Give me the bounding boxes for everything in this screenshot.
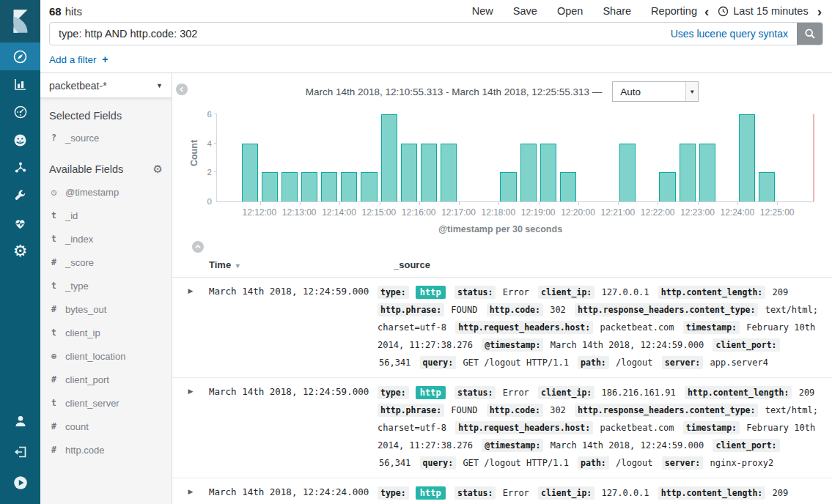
expand-row-caret[interactable]: ▶ xyxy=(172,284,209,371)
x-tick-mark xyxy=(698,201,699,205)
histogram-bar[interactable] xyxy=(619,144,636,201)
table-header-row: Time ▾ _source xyxy=(172,254,832,278)
field-item-client-location[interactable]: ⊕client_location xyxy=(49,344,163,368)
available-fields-list: ◷@timestampt_idt_index#_scoret_type#byte… xyxy=(49,180,163,462)
field-item-bytes-out[interactable]: #bytes_out xyxy=(49,297,163,321)
search-button[interactable] xyxy=(797,23,822,45)
nav-dev-tools[interactable] xyxy=(0,182,40,210)
histogram-bar[interactable] xyxy=(759,172,775,201)
field-item-count[interactable]: #count xyxy=(49,415,163,438)
x-tick-label: 12:24:00 xyxy=(721,207,755,218)
field-item-client-ip[interactable]: tclient_ip xyxy=(49,321,163,344)
add-filter-button[interactable]: Add a filter + xyxy=(49,53,108,65)
nav-monitoring[interactable] xyxy=(0,210,40,237)
histogram-bar[interactable] xyxy=(381,114,397,201)
field-value: 209 xyxy=(799,388,815,398)
field-key-badge: timestamp: xyxy=(683,321,740,334)
time-forward-button[interactable]: › xyxy=(817,4,822,18)
histogram-bar[interactable] xyxy=(401,144,417,201)
nav-visualize[interactable] xyxy=(0,70,40,98)
menu-share[interactable]: Share xyxy=(603,5,631,17)
histogram-bar[interactable] xyxy=(560,172,576,201)
histogram-bar[interactable] xyxy=(321,172,337,201)
field-key-badge: path: xyxy=(578,456,609,470)
time-range-button[interactable]: Last 15 minutes xyxy=(718,5,808,17)
histogram-bar[interactable] xyxy=(680,144,696,201)
field-key-badge: http.content_length: xyxy=(658,486,765,500)
histogram-bar[interactable] xyxy=(361,172,377,201)
field-key-badge: http.request_headers.host: xyxy=(455,421,593,434)
x-tick-label: 12:22:00 xyxy=(641,207,675,218)
add-filter-label: Add a filter xyxy=(49,54,97,65)
field-key-badge: status: xyxy=(454,486,496,500)
index-pattern-selector[interactable]: packetbeat-* ▼ xyxy=(40,73,172,98)
search-input[interactable] xyxy=(50,23,671,45)
histogram-bar[interactable] xyxy=(659,172,675,201)
histogram-bar[interactable] xyxy=(739,114,755,201)
field-settings-gear-icon[interactable]: ⚙ xyxy=(153,163,163,176)
x-tick-mark xyxy=(618,201,619,205)
number-type-icon: # xyxy=(49,445,59,455)
expand-row-caret[interactable]: ▶ xyxy=(172,484,209,504)
field-value: GET /logout HTTP/1.1 xyxy=(463,458,569,468)
x-tick-mark xyxy=(777,201,778,205)
nav-timelion[interactable] xyxy=(0,126,40,154)
menu-new[interactable]: New xyxy=(472,5,493,17)
nav-graph[interactable] xyxy=(0,154,40,182)
field-item--source[interactable]: ?_source xyxy=(49,126,163,149)
field-key-badge: query: xyxy=(420,356,457,369)
histogram-bar[interactable] xyxy=(540,144,556,201)
time-range-label: Last 15 minutes xyxy=(733,5,808,17)
collapse-sidebar-button[interactable] xyxy=(176,84,188,95)
histogram-bar[interactable] xyxy=(281,172,298,201)
histogram-bar[interactable] xyxy=(500,172,516,201)
field-item-http-code[interactable]: #http.code xyxy=(49,438,163,462)
histogram-bar[interactable] xyxy=(441,144,457,201)
nav-logout[interactable] xyxy=(0,437,40,467)
histogram-bar[interactable] xyxy=(699,144,715,201)
histogram-bar[interactable] xyxy=(421,144,437,201)
field-item--index[interactable]: t_index xyxy=(49,227,163,251)
x-tick-label: 12:13:00 xyxy=(282,207,317,218)
time-back-button[interactable]: ‹ xyxy=(704,4,709,18)
field-item--timestamp[interactable]: ◷@timestamp xyxy=(49,180,163,204)
field-item-client-port[interactable]: #client_port xyxy=(49,368,163,391)
histogram-bar[interactable] xyxy=(301,172,317,201)
table-body: ▶March 14th 2018, 12:24:59.000type: http… xyxy=(172,278,832,504)
heartbeat-icon xyxy=(12,216,28,231)
histogram-bar[interactable] xyxy=(262,172,278,201)
menu-reporting[interactable]: Reporting xyxy=(651,5,697,17)
nav-discover[interactable] xyxy=(0,42,40,70)
string-type-icon: t xyxy=(49,281,59,291)
lucene-syntax-link[interactable]: Uses lucene query syntax xyxy=(671,28,788,40)
field-item--type[interactable]: t_type xyxy=(49,274,163,297)
field-item--score[interactable]: #_score xyxy=(49,251,163,274)
field-name: client_location xyxy=(65,351,125,362)
histogram-bar[interactable] xyxy=(520,144,537,201)
time-range-end-marker xyxy=(813,114,814,201)
x-tick-label: 12:18:00 xyxy=(482,207,516,218)
histogram-bar[interactable] xyxy=(341,172,357,201)
geo-type-icon: ⊕ xyxy=(49,351,59,361)
kibana-logo[interactable] xyxy=(0,0,40,42)
field-item-client-server[interactable]: tclient_server xyxy=(49,391,163,415)
field-value: /logout xyxy=(616,458,653,468)
collapse-histogram-button[interactable] xyxy=(192,241,204,253)
field-item--id[interactable]: t_id xyxy=(49,204,163,227)
field-key-badge: client_port: xyxy=(713,338,779,352)
histogram-bar[interactable] xyxy=(242,144,258,201)
menu-save[interactable]: Save xyxy=(513,5,537,17)
time-column-header[interactable]: Time ▾ xyxy=(209,259,378,270)
expand-row-caret[interactable]: ▶ xyxy=(172,384,209,472)
x-tick-label: 12:15:00 xyxy=(362,207,397,218)
field-key-badge: timestamp: xyxy=(683,421,740,434)
menu-open[interactable]: Open xyxy=(557,5,583,17)
row-timestamp: March 14th 2018, 12:24:59.000 xyxy=(209,384,378,472)
x-tick-mark xyxy=(737,201,738,205)
interval-select[interactable]: Auto ▼ xyxy=(612,81,699,102)
nav-guided-tour[interactable] xyxy=(0,467,40,498)
nav-dashboard[interactable] xyxy=(0,98,40,126)
nav-account[interactable] xyxy=(0,406,40,437)
field-name: bytes_out xyxy=(65,304,106,315)
nav-management[interactable]: ⚙ xyxy=(0,237,40,265)
